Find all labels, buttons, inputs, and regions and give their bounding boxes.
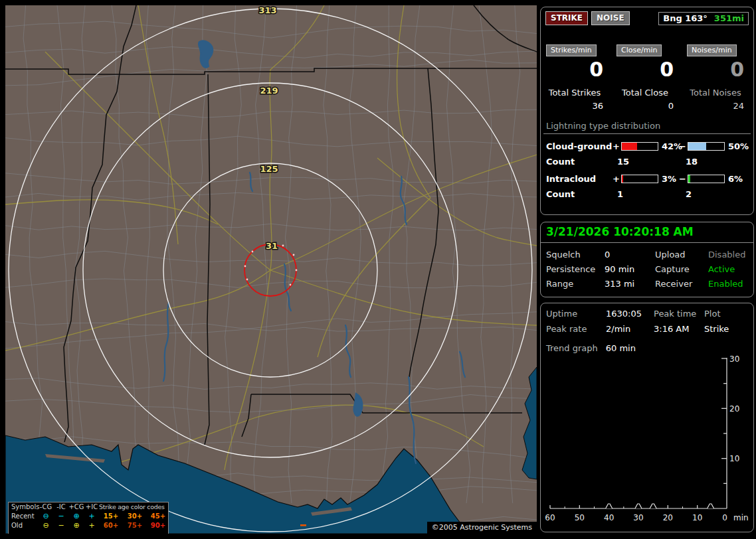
ring-label-125: 125 [260,164,278,174]
cloud-ground-negative-bar [688,142,725,151]
x-tick-40: 40 [604,513,614,522]
legend-symbols-header: Symbols [11,502,38,512]
receiver-status: Enabled [708,279,748,289]
stats-panel: STRIKE NOISE Bng 163°351mi Strikes/min 0… [540,7,754,215]
lightning-type-distribution: Lightning type distribution Cloud-ground… [543,121,751,199]
total-strikes-label: Total Strikes [546,88,603,98]
trend-graph: 30 20 10 60 50 40 30 20 10 0 min [541,352,753,530]
close-per-min-value: 0 [616,60,674,80]
close-per-min-button[interactable]: Close/min [616,44,662,56]
total-noises-value: 24 [687,101,744,111]
capture-label: Capture [655,264,708,274]
count-label: Count [546,157,617,167]
strike-mode-button[interactable]: STRIKE [545,11,588,25]
uptime-label: Uptime [546,309,606,319]
total-strikes-value: 36 [546,101,603,111]
intracloud-positive-pct: 3% [662,174,679,184]
status-panel: 3/21/2026 10:20:18 AM Squelch 0 Upload D… [540,222,754,297]
x-tick-60: 60 [545,513,555,522]
bearing-readout: Bng 163°351mi [658,12,749,25]
intracloud-negative-count: 2 [686,189,692,199]
bearing-value: Bng 163° [663,13,708,23]
range-value: 313 mi [605,279,655,289]
pos-ic-recent-icon: + [84,512,99,521]
x-tick-30: 30 [633,513,643,522]
pos-ic-old-icon: + [84,521,99,530]
lightning-map: 313 219 125 31 Symbols -CG -IC +CG +IC S… [5,5,537,534]
y-tick-20: 20 [729,404,739,414]
squelch-label: Squelch [546,250,605,260]
session-panel: Uptime 1630:05 Peak time Plot Peak rate … [540,303,754,532]
total-close-label: Total Close [616,88,674,98]
noises-per-min-value: 0 [687,60,744,80]
strikes-per-min-value: 0 [546,60,603,80]
age-code-90: 90+ [147,521,169,530]
upload-label: Upload [655,250,708,260]
x-tick-50: 50 [575,513,585,522]
strike-symbol-old-negative [300,524,306,526]
map-canvas: 313 219 125 31 [5,5,537,534]
cloud-ground-positive-pct: 42% [662,141,679,151]
age-code-30: 30+ [123,512,147,521]
legend-col-pos-ic: +IC [84,502,99,512]
legend-row-old: Old [11,521,38,530]
minus-sign: − [679,174,688,184]
plus-sign: + [613,174,621,184]
y-tick-10: 10 [729,454,739,463]
upload-status: Disabled [708,250,748,260]
noises-counter-column: Noises/min 0 Total Noises 24 [687,42,744,111]
persistence-value: 90 min [605,264,655,274]
noises-per-min-button[interactable]: Noises/min [687,44,737,56]
intracloud-positive-count: 1 [617,189,686,199]
datetime-display: 3/21/2026 10:20:18 AM [541,222,753,243]
distribution-header: Lightning type distribution [543,121,751,134]
close-counter-column: Close/min 0 Total Close 0 [616,42,674,111]
x-tick-20: 20 [663,513,673,522]
plot-label: Plot [704,309,748,319]
pos-cg-old-icon: ⊕ [68,521,84,530]
legend-col-neg-cg: -CG [38,502,54,512]
ring-label-313: 313 [258,5,276,15]
peak-rate-value: 2/min [606,324,654,334]
legend-col-pos-cg: +CG [68,502,84,512]
count-label: Count [546,189,617,199]
x-tick-0: 0 [722,513,727,522]
neg-ic-old-icon: − [54,521,68,530]
legend-col-neg-ic: -IC [54,502,68,512]
age-code-15: 15+ [99,512,123,521]
plus-sign: + [613,141,621,151]
strikes-per-min-button[interactable]: Strikes/min [546,44,597,56]
legend-age-header: Strike age color codes [99,502,169,512]
peak-time-label: Peak time [654,309,704,319]
bearing-distance: 351mi [714,13,744,23]
peak-rate-label: Peak rate [546,324,606,334]
cloud-ground-negative-pct: 50% [728,141,745,151]
cloud-ground-negative-count: 18 [686,157,698,167]
neg-cg-recent-icon: ⊖ [38,512,54,521]
receiver-label: Receiver [655,279,708,289]
intracloud-label: Intracloud [546,174,613,184]
neg-ic-recent-icon: − [54,512,68,521]
minus-sign: − [679,141,688,151]
uptime-value: 1630:05 [606,309,654,319]
strikes-counter-column: Strikes/min 0 Total Strikes 36 [546,42,603,111]
legend-row-recent: Recent [11,512,38,521]
intracloud-negative-bar [688,175,725,183]
capture-status: Active [708,264,748,274]
pos-cg-recent-icon: ⊕ [68,512,84,521]
intracloud-positive-bar [621,175,658,183]
noise-mode-button[interactable]: NOISE [591,11,630,25]
ring-label-219: 219 [260,86,278,96]
cloud-ground-positive-bar [621,142,658,151]
age-code-60: 60+ [99,521,123,530]
neg-cg-old-icon: ⊖ [38,521,54,530]
range-label: Range [546,279,605,289]
ring-label-31: 31 [266,241,278,251]
y-tick-30: 30 [729,354,739,364]
x-tick-10: 10 [692,513,702,522]
total-close-value: 0 [616,101,674,111]
plot-mode-value: Strike [704,324,748,334]
x-axis-unit: min [733,513,749,522]
cloud-ground-positive-count: 15 [617,157,686,167]
squelch-value: 0 [605,250,655,260]
